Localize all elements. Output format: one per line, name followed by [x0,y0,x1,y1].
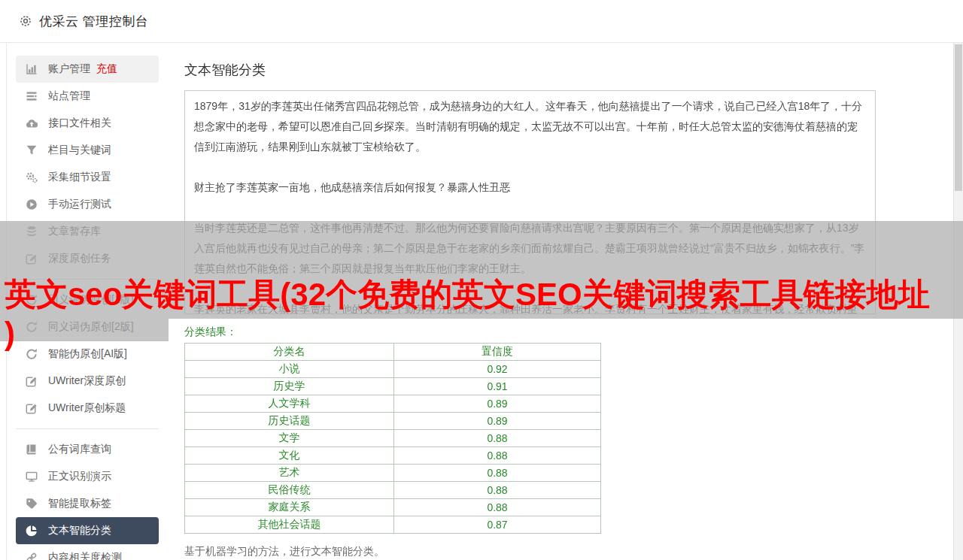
category-cell: 小说 [185,361,394,378]
sidebar-item-label: 手动运行测试 [48,198,111,211]
link-icon [26,552,38,560]
sidebar-item-10[interactable]: 同义词伪原创[2版] [16,313,159,341]
recharge-badge[interactable]: 充值 [96,62,117,76]
sidebar-item-5[interactable]: 手动运行测试 [16,191,159,218]
confidence-cell: 0.92 [394,361,601,378]
sidebar-item-4[interactable]: 采集细节设置 [16,164,159,191]
sidebar-item-16[interactable]: 正文识别演示 [16,463,159,490]
table-column-header: 置信度 [394,344,601,361]
edit-icon [26,375,38,387]
sidebar-item-15[interactable]: 公有词库查询 [16,436,159,463]
result-label: 分类结果： [184,325,963,339]
category-cell: 家庭关系 [185,499,394,516]
sidebar-item-label: 采集细节设置 [48,171,111,184]
sidebar-item-label: 深度原创任务 [48,252,111,265]
sidebar-item-18[interactable]: 文本智能分类 [16,517,159,544]
table-row: 家庭关系0.88 [185,499,601,516]
table-row: 其他社会话题0.87 [185,516,601,534]
category-cell: 文化 [185,447,394,465]
sidebar-item-label: 文章暂存库 [48,225,101,238]
sidebar-item-9[interactable]: 同义词伪原创[1版] [16,286,159,313]
sidebar-item-label: 正文识别演示 [48,470,111,483]
confidence-cell: 0.88 [394,430,601,447]
sidebar-item-1[interactable]: 站点管理 [16,83,159,110]
sidebar-item-label: 同义词伪原创[2版] [48,320,134,334]
table-row: 文化0.88 [185,447,601,465]
sidebar-item-label: 文本智能分类 [48,524,111,537]
confidence-cell: 0.88 [394,465,601,482]
cloud-upload-icon [26,117,38,129]
book-icon [26,443,38,456]
refresh-icon [26,348,38,360]
refresh-icon [26,294,38,306]
sidebar-item-label: 同义词伪原创[1版] [48,293,134,307]
category-cell: 人文学科 [185,395,394,413]
confidence-cell: 0.88 [394,447,601,465]
sidebar-item-0[interactable]: 账户管理充值 [16,56,159,83]
bar-chart-icon [26,63,38,75]
edit-icon [26,402,38,414]
sidebar-divider [16,279,159,280]
sidebar-item-2[interactable]: 接口文件相关 [16,110,159,137]
table-row: 历史话题0.89 [185,413,601,430]
main-content: 文本智能分类 1879年，31岁的李莲英出任储秀宫四品花翎总管，成为慈禧身边的大… [184,43,963,558]
funnel-icon [26,144,38,156]
sidebar-item-label: 智能伪原创[AI版] [48,347,127,361]
confidence-cell: 0.87 [394,516,601,534]
confidence-cell: 0.91 [394,378,601,395]
sidebar-item-11[interactable]: 智能伪原创[AI版] [16,341,159,368]
table-row: 人文学科0.89 [185,395,601,413]
category-cell: 历史学 [185,378,394,395]
sidebar-item-19[interactable]: 内容相关度检测 [16,544,159,560]
confidence-cell: 0.89 [394,413,601,430]
classification-input-textarea[interactable]: 1879年，31岁的李莲英出任储秀宫四品花翎总管，成为慈禧身边的大红人。这年春天… [184,90,876,314]
footnote-text: 基于机器学习的方法，进行文本智能分类。 [184,545,963,558]
sidebar-item-6[interactable]: 文章暂存库 [16,218,159,245]
page-title: 文本智能分类 [184,61,963,79]
table-row: 民俗传统0.88 [185,482,601,499]
table-row: 历史学0.91 [185,378,601,395]
gears-icon [26,171,38,183]
category-cell: 文学 [185,430,394,447]
monitor-icon [26,471,38,483]
sidebar-item-label: 智能提取标签 [48,497,111,510]
table-row: 艺术0.88 [185,465,601,482]
sidebar: 账户管理充值站点管理接口文件相关栏目与关键词采集细节设置手动运行测试文章暂存库深… [6,43,164,560]
sidebar-item-7[interactable]: 深度原创任务 [16,245,159,272]
sidebar-item-17[interactable]: 智能提取标签 [16,490,159,517]
sidebar-item-label: UWriter原创标题 [48,401,126,415]
refresh-icon [26,321,38,333]
table-row: 文学0.88 [185,430,601,447]
confidence-cell: 0.89 [394,395,601,413]
sidebar-item-12[interactable]: UWriter深度原创 [16,368,159,395]
tag-icon [26,498,38,510]
sidebar-item-label: 账户管理 [48,62,90,76]
confidence-cell: 0.88 [394,482,601,499]
classification-result-table: 分类名置信度 小说0.92历史学0.91人文学科0.89历史话题0.89文学0.… [184,343,601,534]
category-cell: 民俗传统 [185,482,394,499]
sidebar-item-13[interactable]: UWriter原创标题 [16,395,159,422]
list-icon [26,90,38,102]
category-cell: 其他社会话题 [185,516,394,534]
page-scrollbar-thumb[interactable] [955,44,962,191]
page-scrollbar[interactable] [953,43,963,560]
sidebar-item-label: 接口文件相关 [48,117,111,130]
app-title: 优采云 管理控制台 [39,13,148,30]
sidebar-item-label: 站点管理 [48,89,90,103]
sidebar-item-label: 栏目与关键词 [48,144,111,157]
app-header: 优采云 管理控制台 [0,0,963,43]
sidebar-item-label: UWriter深度原创 [48,374,126,388]
database-icon [26,226,38,238]
play-circle-icon [26,198,38,210]
category-cell: 艺术 [185,465,394,482]
edit-icon [26,253,38,265]
table-header-row: 分类名置信度 [185,344,601,361]
sidebar-item-label: 内容相关度检测 [48,551,122,560]
pie-chart-icon [26,525,38,537]
sidebar-item-label: 公有词库查询 [48,443,111,456]
sidebar-item-3[interactable]: 栏目与关键词 [16,137,159,164]
sidebar-divider [16,428,159,429]
table-column-header: 分类名 [185,344,394,361]
table-row: 小说0.92 [185,361,601,378]
gear-icon [19,14,32,28]
